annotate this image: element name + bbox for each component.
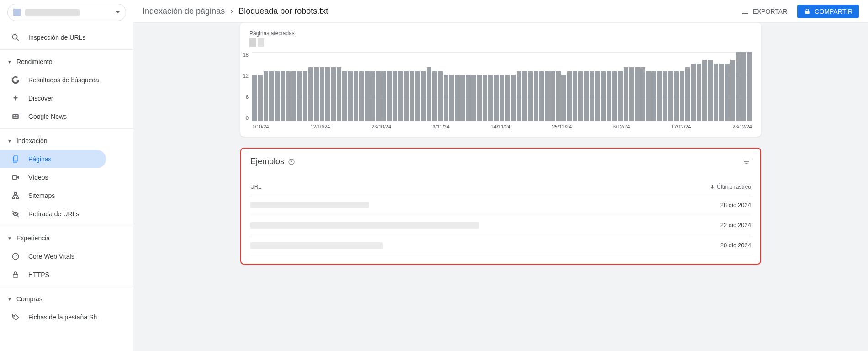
chart-bar[interactable]: [303, 71, 307, 121]
chart-bar[interactable]: [342, 71, 347, 121]
chart-bar[interactable]: [488, 75, 493, 121]
chart-bar[interactable]: [398, 71, 403, 121]
nav-resultados-busqueda[interactable]: Resultados de búsqueda: [0, 71, 133, 89]
chart-bar[interactable]: [640, 67, 645, 121]
chart-bar[interactable]: [455, 75, 459, 121]
chart-bar[interactable]: [747, 52, 752, 121]
chart-bar[interactable]: [281, 71, 285, 121]
chart-bar[interactable]: [252, 75, 257, 121]
chart-bar[interactable]: [297, 71, 302, 121]
nav-section-compras[interactable]: ▼ Compras: [0, 290, 133, 308]
chart-bar[interactable]: [365, 71, 369, 121]
chart-bar[interactable]: [421, 71, 425, 121]
chart-bar[interactable]: [286, 71, 291, 121]
chart-bar[interactable]: [539, 71, 544, 121]
filter-button[interactable]: [742, 157, 751, 166]
chart-bar[interactable]: [348, 71, 352, 121]
nav-core-web-vitals[interactable]: Core Web Vitals: [0, 247, 133, 266]
nav-google-news[interactable]: Google News: [0, 107, 133, 126]
chart-bar[interactable]: [674, 71, 678, 121]
chart-bar[interactable]: [646, 71, 651, 121]
chart-bar[interactable]: [494, 75, 498, 121]
nav-discover[interactable]: Discover: [0, 89, 133, 107]
chart-bar[interactable]: [702, 60, 707, 121]
chart-bar[interactable]: [691, 64, 695, 121]
chart-bar[interactable]: [578, 71, 583, 121]
chart-bar[interactable]: [500, 75, 504, 121]
chart-bar[interactable]: [438, 71, 442, 121]
chart-bar[interactable]: [595, 71, 600, 121]
chart-bar[interactable]: [601, 71, 605, 121]
chart-bar[interactable]: [432, 71, 437, 121]
chart-bar[interactable]: [668, 71, 673, 121]
chart-bar[interactable]: [685, 67, 690, 121]
chart-bar[interactable]: [505, 75, 510, 121]
nav-sitemaps[interactable]: Sitemaps: [0, 186, 133, 205]
nav-inspect-urls[interactable]: Inspección de URLs: [0, 28, 133, 47]
nav-videos[interactable]: Vídeos: [0, 168, 133, 186]
chart-bar[interactable]: [550, 71, 555, 121]
chart-bar[interactable]: [545, 71, 549, 121]
chart-bar[interactable]: [663, 71, 667, 121]
chart-bar[interactable]: [708, 60, 712, 121]
nav-https[interactable]: HTTPS: [0, 266, 133, 284]
chart-bar[interactable]: [522, 71, 527, 121]
chart-bar[interactable]: [449, 75, 454, 121]
chart-bar[interactable]: [534, 71, 538, 121]
chart-bar[interactable]: [314, 67, 318, 121]
chart-bar[interactable]: [730, 60, 735, 121]
chart-bar[interactable]: [657, 71, 662, 121]
nav-section-experiencia[interactable]: ▼ Experiencia: [0, 229, 133, 247]
nav-fichas[interactable]: Fichas de la pestaña Sh...: [0, 308, 133, 326]
chart-bar[interactable]: [291, 71, 296, 121]
table-row[interactable]: 28 dic 2024: [250, 195, 751, 215]
col-url[interactable]: URL: [250, 184, 261, 190]
chart-bar[interactable]: [387, 71, 392, 121]
chart-bar[interactable]: [624, 67, 628, 121]
chart-bar[interactable]: [381, 71, 386, 121]
chart-bar[interactable]: [651, 71, 656, 121]
nav-section-indexacion[interactable]: ▼ Indexación: [0, 132, 133, 150]
breadcrumb-parent[interactable]: Indexación de páginas: [143, 6, 225, 16]
chart-bar[interactable]: [471, 75, 476, 121]
property-selector[interactable]: [7, 4, 126, 21]
chart-bar[interactable]: [590, 71, 594, 121]
nav-retirada-urls[interactable]: Retirada de URLs: [0, 205, 133, 223]
chart-bar[interactable]: [573, 71, 577, 121]
export-button[interactable]: EXPORTAR: [736, 5, 792, 18]
chart-bar[interactable]: [337, 67, 341, 121]
chart-bar[interactable]: [741, 52, 746, 121]
chart-bar[interactable]: [354, 71, 358, 121]
chart-bar[interactable]: [567, 71, 572, 121]
chart-bar[interactable]: [511, 75, 515, 121]
chart-bar[interactable]: [477, 75, 482, 121]
share-button[interactable]: COMPARTIR: [797, 5, 859, 18]
chart-bar[interactable]: [258, 75, 262, 121]
chart-bar[interactable]: [331, 67, 335, 121]
chart-bar[interactable]: [404, 71, 408, 121]
chart-bar[interactable]: [725, 64, 729, 121]
chart-bar[interactable]: [483, 75, 487, 121]
chart-bar[interactable]: [427, 67, 431, 121]
chart-bar[interactable]: [320, 67, 324, 121]
chart-bar[interactable]: [719, 64, 724, 121]
chart-bar[interactable]: [415, 71, 420, 121]
chart-bar[interactable]: [393, 71, 397, 121]
chart-bar[interactable]: [410, 71, 414, 121]
chart-bar[interactable]: [460, 75, 465, 121]
chart-bar[interactable]: [556, 71, 561, 121]
chart-bar[interactable]: [618, 71, 622, 121]
chart-bar[interactable]: [607, 71, 611, 121]
nav-section-rendimiento[interactable]: ▼ Rendimiento: [0, 53, 133, 71]
nav-paginas[interactable]: Páginas: [0, 150, 106, 168]
chart-bar[interactable]: [376, 71, 381, 121]
chart-bar[interactable]: [370, 71, 375, 121]
chart-bar[interactable]: [528, 71, 532, 121]
chart-bar[interactable]: [308, 67, 313, 121]
chart-bar[interactable]: [269, 71, 274, 121]
help-icon[interactable]: [288, 158, 295, 165]
chart-bar[interactable]: [517, 71, 521, 121]
chart-bar[interactable]: [697, 64, 701, 121]
chart-bar[interactable]: [325, 67, 330, 121]
chart-bar[interactable]: [466, 75, 471, 121]
